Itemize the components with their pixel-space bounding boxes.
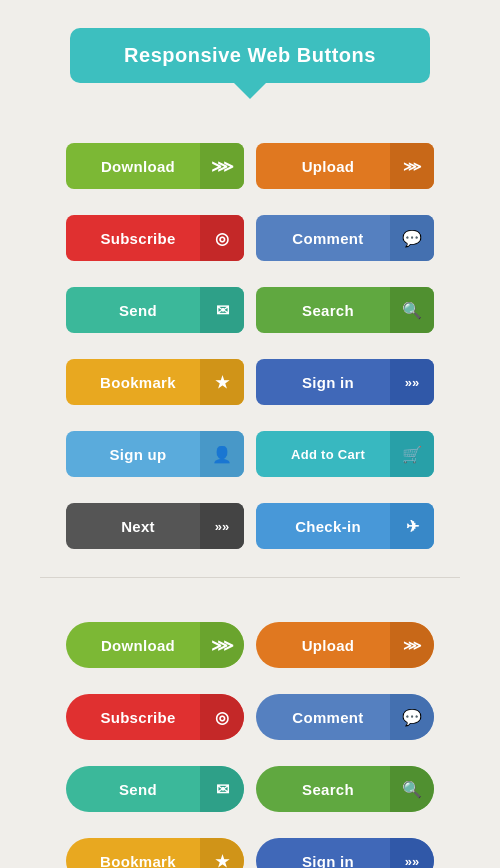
page-title: Responsive Web Buttons <box>90 44 410 67</box>
upload-icon-2: ⋙ <box>390 622 434 668</box>
send-button-2[interactable]: Send ✉ <box>66 766 244 812</box>
search-label-1: Search <box>256 302 390 319</box>
search-label-2: Search <box>256 781 390 798</box>
upload-button-1[interactable]: Upload ⋙ <box>256 143 434 189</box>
search-icon-1: 🔍 <box>390 287 434 333</box>
cart-icon-1: 🛒 <box>390 431 434 477</box>
separator <box>40 577 460 578</box>
header-banner: Responsive Web Buttons <box>70 28 430 83</box>
comment-label-1: Comment <box>256 230 390 247</box>
download-button-1[interactable]: Download ⋙ <box>66 143 244 189</box>
next-icon-1: »» <box>200 503 244 549</box>
comment-icon-2: 💬 <box>390 694 434 740</box>
bookmark-label-2: Bookmark <box>66 853 200 869</box>
signin-label-2: Sign in <box>256 853 390 869</box>
upload-button-2[interactable]: Upload ⋙ <box>256 622 434 668</box>
signup-label-1: Sign up <box>66 446 200 463</box>
download-label-1: Download <box>66 158 200 175</box>
upload-icon-1: ⋙ <box>390 143 434 189</box>
send-label-1: Send <box>66 302 200 319</box>
next-label-1: Next <box>66 518 200 535</box>
button-row-2: Subscribe ◎ Comment 💬 <box>66 215 434 261</box>
button-row-r2: Subscribe ◎ Comment 💬 <box>66 694 434 740</box>
subscribe-label-1: Subscribe <box>66 230 200 247</box>
signup-icon-1: 👤 <box>200 431 244 477</box>
signup-button-1[interactable]: Sign up 👤 <box>66 431 244 477</box>
send-label-2: Send <box>66 781 200 798</box>
download-icon-1: ⋙ <box>200 143 244 189</box>
signin-icon-2: »» <box>390 838 434 868</box>
comment-button-1[interactable]: Comment 💬 <box>256 215 434 261</box>
send-button-1[interactable]: Send ✉ <box>66 287 244 333</box>
subscribe-icon-2: ◎ <box>200 694 244 740</box>
signin-button-1[interactable]: Sign in »» <box>256 359 434 405</box>
comment-icon-1: 💬 <box>390 215 434 261</box>
signin-icon-1: »» <box>390 359 434 405</box>
button-row-r4: Bookmark ★ Sign in »» <box>66 838 434 868</box>
subscribe-button-2[interactable]: Subscribe ◎ <box>66 694 244 740</box>
signin-label-1: Sign in <box>256 374 390 391</box>
signin-button-2[interactable]: Sign in »» <box>256 838 434 868</box>
checkin-button-1[interactable]: Check-in ✈ <box>256 503 434 549</box>
header-arrow <box>234 83 266 99</box>
button-row-4: Bookmark ★ Sign in »» <box>66 359 434 405</box>
button-row-3: Send ✉ Search 🔍 <box>66 287 434 333</box>
search-icon-2: 🔍 <box>390 766 434 812</box>
bookmark-button-1[interactable]: Bookmark ★ <box>66 359 244 405</box>
addtocart-button-1[interactable]: Add to Cart 🛒 <box>256 431 434 477</box>
button-row-r1: Download ⋙ Upload ⋙ <box>66 622 434 668</box>
search-button-1[interactable]: Search 🔍 <box>256 287 434 333</box>
checkin-label-1: Check-in <box>256 518 390 535</box>
download-button-2[interactable]: Download ⋙ <box>66 622 244 668</box>
plane-icon-1: ✈ <box>390 503 434 549</box>
comment-label-2: Comment <box>256 709 390 726</box>
button-row-r3: Send ✉ Search 🔍 <box>66 766 434 812</box>
download-icon-2: ⋙ <box>200 622 244 668</box>
comment-button-2[interactable]: Comment 💬 <box>256 694 434 740</box>
button-row-5: Sign up 👤 Add to Cart 🛒 <box>66 431 434 477</box>
send-icon-1: ✉ <box>200 287 244 333</box>
addtocart-label-1: Add to Cart <box>256 447 390 462</box>
search-button-2[interactable]: Search 🔍 <box>256 766 434 812</box>
upload-label-2: Upload <box>256 637 390 654</box>
button-row-1: Download ⋙ Upload ⋙ <box>66 143 434 189</box>
button-row-6: Next »» Check-in ✈ <box>66 503 434 549</box>
subscribe-label-2: Subscribe <box>66 709 200 726</box>
bookmark-label-1: Bookmark <box>66 374 200 391</box>
download-label-2: Download <box>66 637 200 654</box>
upload-label-1: Upload <box>256 158 390 175</box>
bookmark-icon-2: ★ <box>200 838 244 868</box>
next-button-1[interactable]: Next »» <box>66 503 244 549</box>
bookmark-button-2[interactable]: Bookmark ★ <box>66 838 244 868</box>
subscribe-button-1[interactable]: Subscribe ◎ <box>66 215 244 261</box>
bookmark-icon-1: ★ <box>200 359 244 405</box>
section-2: Download ⋙ Upload ⋙ Subscribe ◎ Comment … <box>66 606 434 868</box>
subscribe-icon-1: ◎ <box>200 215 244 261</box>
send-icon-2: ✉ <box>200 766 244 812</box>
section-1: Download ⋙ Upload ⋙ Subscribe ◎ Comment … <box>66 127 434 549</box>
